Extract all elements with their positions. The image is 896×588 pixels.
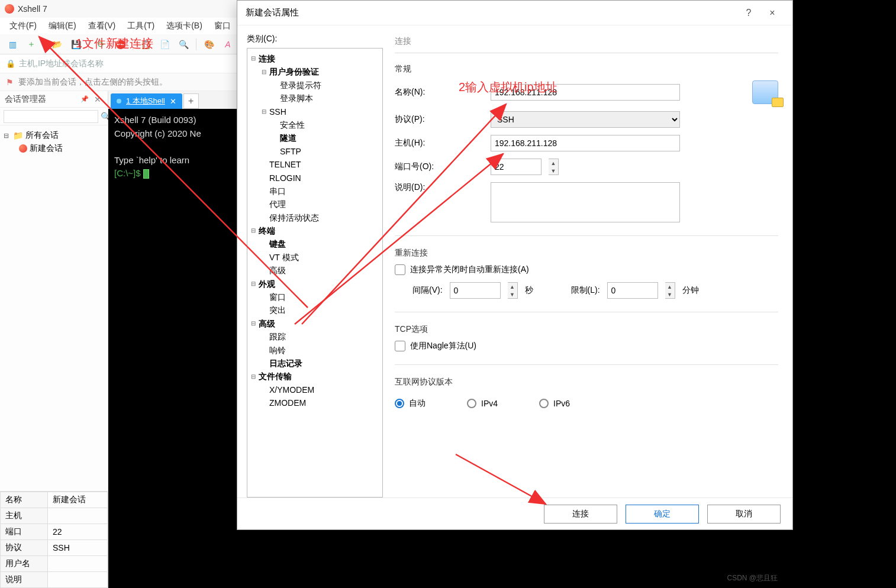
- group-tcp: TCP选项: [395, 324, 778, 335]
- disconnect-icon[interactable]: ⛔: [114, 38, 127, 51]
- session-big-icon[interactable]: [752, 80, 778, 104]
- tree-trace[interactable]: 跟踪: [250, 330, 380, 343]
- close-panel-icon[interactable]: ✕: [92, 95, 103, 104]
- nagle-checkbox[interactable]: 使用Nagle算法(U): [395, 341, 476, 351]
- category-tree[interactable]: ⊟连接 ⊟用户身份验证 登录提示符 登录脚本 ⊟SSH 安全性 隧道 SFTP …: [247, 48, 383, 497]
- pin-icon[interactable]: 📌: [80, 95, 89, 103]
- interval-spinner[interactable]: ▲▼: [508, 282, 518, 299]
- tree-proxy[interactable]: 代理: [250, 198, 380, 211]
- tree-login-script[interactable]: 登录脚本: [250, 92, 380, 105]
- limit-spinner[interactable]: ▲▼: [665, 282, 675, 299]
- dialog-titlebar[interactable]: 新建会话属性 ? ×: [237, 1, 792, 25]
- port-spinner[interactable]: ▲▼: [549, 159, 559, 175]
- add-icon[interactable]: ＋: [25, 38, 38, 51]
- radio-auto[interactable]: 自动: [395, 398, 426, 409]
- tree-terminal[interactable]: ⊟终端: [250, 224, 380, 237]
- help-button[interactable]: ?: [737, 8, 760, 18]
- tree-filetransfer[interactable]: ⊟文件传输: [250, 370, 380, 383]
- tree-adv2[interactable]: ⊟高级: [250, 317, 380, 330]
- tree-bell[interactable]: 响铃: [250, 344, 380, 357]
- prop-proto-key: 协议: [1, 540, 48, 556]
- name-input[interactable]: [491, 84, 680, 101]
- tree-login-prompt[interactable]: 登录提示符: [250, 79, 380, 92]
- new-tab-icon[interactable]: ▥: [6, 38, 19, 51]
- dialog-buttons: 连接 确定 取消: [237, 497, 792, 529]
- menu-window[interactable]: 窗口: [210, 20, 236, 33]
- paste-icon[interactable]: 📄: [158, 38, 171, 51]
- reconnect-checkbox[interactable]: 连接异常关闭时自动重新连接(A): [395, 264, 529, 275]
- tree-serial[interactable]: 串口: [250, 185, 380, 198]
- tree-vtmode[interactable]: VT 模式: [250, 251, 380, 264]
- tree-highlight[interactable]: 突出: [250, 303, 380, 316]
- reconnect-icon[interactable]: ⟳: [95, 38, 108, 51]
- save-icon[interactable]: 💾: [69, 38, 82, 51]
- close-button[interactable]: ×: [760, 8, 784, 18]
- protocol-select[interactable]: SSH: [491, 111, 680, 128]
- add-tab-button[interactable]: +: [183, 93, 199, 109]
- desc-textarea[interactable]: [491, 182, 680, 222]
- tree-auth[interactable]: ⊟用户身份验证: [250, 65, 380, 78]
- search-icon[interactable]: 🔍: [177, 38, 190, 51]
- limit-input[interactable]: [607, 282, 658, 299]
- tree-rlogin[interactable]: RLOGIN: [250, 172, 380, 185]
- tree-keyboard[interactable]: 键盘: [250, 237, 380, 250]
- session-tree[interactable]: ⊟ 📁 所有会话 新建会话: [0, 125, 108, 491]
- tree-zmodem[interactable]: ZMODEM: [250, 396, 380, 409]
- tab-status-icon: [117, 99, 121, 104]
- tree-xymodem[interactable]: X/YMODEM: [250, 383, 380, 396]
- row-interval: 间隔(V): ▲▼ 秒 限制(L): ▲▼ 分钟: [395, 282, 778, 299]
- radio-ipv4[interactable]: IPv4: [467, 399, 498, 408]
- address-placeholder[interactable]: 主机,IP地址或会话名称: [19, 59, 104, 69]
- color-icon[interactable]: 🎨: [202, 38, 215, 51]
- tree-tunnel[interactable]: 隧道: [250, 131, 380, 144]
- menu-tools[interactable]: 工具(T): [123, 20, 159, 33]
- terminal-tab[interactable]: 1 本地Shell ✕: [111, 93, 182, 109]
- copy-icon[interactable]: 📋: [139, 38, 152, 51]
- dialog-body: 类别(C): ⊟连接 ⊟用户身份验证 登录提示符 登录脚本 ⊟SSH 安全性 隧…: [237, 25, 792, 497]
- interval-input[interactable]: [450, 282, 501, 299]
- radio-ipv6[interactable]: IPv6: [539, 399, 570, 408]
- session-search-input[interactable]: [4, 110, 98, 123]
- term-line-3: Type `help' to learn: [114, 155, 189, 165]
- menu-tab[interactable]: 选项卡(B): [162, 20, 207, 33]
- tree-appearance[interactable]: ⊟外观: [250, 277, 380, 290]
- tree-connection[interactable]: ⊟连接: [250, 52, 380, 65]
- term-line-1: Xshell 7 (Build 0093): [114, 115, 196, 125]
- ok-button[interactable]: 确定: [626, 505, 699, 524]
- divider: [395, 312, 778, 312]
- separator: [44, 38, 44, 50]
- row-host: 主机(H):: [395, 135, 778, 151]
- tree-keepalive[interactable]: 保持活动状态: [250, 211, 380, 224]
- panel-title: 连接: [395, 34, 778, 53]
- tree-security[interactable]: 安全性: [250, 118, 380, 131]
- lock-icon: 🔒: [6, 59, 15, 68]
- session-icon: [19, 144, 27, 153]
- tab-close-icon[interactable]: ✕: [170, 97, 176, 106]
- host-input[interactable]: [491, 135, 680, 151]
- tree-window[interactable]: 窗口: [250, 290, 380, 303]
- session-panel-title: 会话管理器: [5, 94, 46, 105]
- menu-edit[interactable]: 编辑(E): [44, 20, 81, 33]
- expand-icon[interactable]: ⊟: [4, 132, 11, 140]
- group-reconnect: 重新连接: [395, 248, 778, 259]
- tree-adv1[interactable]: 高级: [250, 264, 380, 277]
- tree-session-row[interactable]: 新建会话: [2, 142, 105, 155]
- font-icon[interactable]: A: [221, 38, 234, 51]
- tab-label: 1 本地Shell: [126, 96, 165, 106]
- open-icon[interactable]: 📂: [50, 38, 63, 51]
- cancel-button[interactable]: 取消: [707, 505, 781, 524]
- tree-ssh[interactable]: ⊟SSH: [250, 105, 380, 118]
- app-title: Xshell 7: [18, 4, 47, 14]
- tree-logging[interactable]: 日志记录: [250, 357, 380, 370]
- row-protocol: 协议(P): SSH: [395, 111, 778, 128]
- tree-sftp[interactable]: SFTP: [250, 145, 380, 158]
- menu-file[interactable]: 文件(F): [5, 20, 41, 33]
- connect-button[interactable]: 连接: [544, 505, 617, 524]
- limit-unit: 分钟: [682, 285, 699, 296]
- session-panel-header: 会话管理器 📌 ✕: [0, 91, 108, 108]
- prop-port-key: 端口: [1, 524, 48, 540]
- port-input[interactable]: [491, 159, 542, 175]
- tree-root-row[interactable]: ⊟ 📁 所有会话: [2, 129, 105, 142]
- tree-telnet[interactable]: TELNET: [250, 158, 380, 171]
- menu-view[interactable]: 查看(V): [83, 20, 121, 33]
